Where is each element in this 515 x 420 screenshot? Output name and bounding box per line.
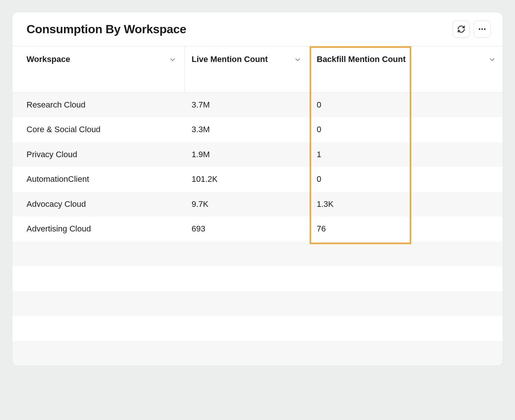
more-horizontal-icon bbox=[478, 25, 487, 34]
cell-live: 3.7M bbox=[185, 100, 310, 110]
column-header-label: Live Mention Count bbox=[192, 55, 303, 64]
column-header-live-mention-count[interactable]: Live Mention Count bbox=[185, 46, 310, 92]
table-row[interactable]: Advertising Cloud 693 76 bbox=[12, 217, 503, 242]
cell-backfill: 0 bbox=[310, 100, 503, 110]
cell-workspace: AutomationClient bbox=[12, 174, 185, 184]
svg-point-0 bbox=[479, 28, 480, 30]
table-body: Research Cloud 3.7M 0 Core & Social Clou… bbox=[12, 93, 503, 366]
table-header-row: Workspace Live Mention Count Backfill Me… bbox=[12, 46, 503, 93]
more-options-button[interactable] bbox=[474, 21, 491, 38]
cell-backfill: 76 bbox=[310, 224, 503, 234]
cell-live: 693 bbox=[185, 224, 310, 234]
svg-point-1 bbox=[481, 28, 483, 30]
table-row bbox=[12, 341, 503, 366]
consumption-card: Consumption By Workspace Worksp bbox=[12, 12, 503, 366]
column-header-label: Workspace bbox=[27, 55, 178, 64]
cell-workspace: Advertising Cloud bbox=[12, 224, 185, 234]
table-row[interactable]: Privacy Cloud 1.9M 1 bbox=[12, 142, 503, 167]
cell-live: 9.7K bbox=[185, 199, 310, 209]
cell-live: 3.3M bbox=[185, 125, 310, 134]
cell-workspace: Research Cloud bbox=[12, 100, 185, 110]
cell-live: 1.9M bbox=[185, 150, 310, 159]
cell-workspace: Advocacy Cloud bbox=[12, 199, 185, 209]
column-header-backfill-mention-count[interactable]: Backfill Mention Count bbox=[310, 46, 503, 92]
refresh-icon bbox=[457, 25, 465, 33]
cell-live: 101.2K bbox=[185, 174, 310, 184]
cell-backfill: 0 bbox=[310, 125, 503, 134]
table-row[interactable]: Advocacy Cloud 9.7K 1.3K bbox=[12, 192, 503, 217]
card-title: Consumption By Workspace bbox=[27, 22, 186, 36]
chevron-down-icon bbox=[169, 56, 176, 63]
table-row[interactable]: AutomationClient 101.2K 0 bbox=[12, 167, 503, 192]
svg-point-2 bbox=[484, 28, 485, 30]
table-row bbox=[12, 291, 503, 316]
cell-backfill: 1.3K bbox=[310, 199, 503, 209]
table-row[interactable]: Research Cloud 3.7M 0 bbox=[12, 93, 503, 118]
table-row bbox=[12, 316, 503, 341]
table-row bbox=[12, 266, 503, 291]
cell-workspace: Privacy Cloud bbox=[12, 150, 185, 159]
table-row[interactable]: Core & Social Cloud 3.3M 0 bbox=[12, 117, 503, 142]
cell-backfill: 1 bbox=[310, 150, 503, 159]
header-actions bbox=[453, 21, 491, 38]
card-header: Consumption By Workspace bbox=[12, 12, 503, 46]
column-header-workspace[interactable]: Workspace bbox=[12, 46, 185, 92]
chevron-down-icon bbox=[294, 56, 301, 63]
chevron-down-icon bbox=[488, 56, 496, 63]
refresh-button[interactable] bbox=[453, 21, 470, 38]
table-row bbox=[12, 242, 503, 267]
column-header-label: Backfill Mention Count bbox=[317, 55, 484, 64]
cell-workspace: Core & Social Cloud bbox=[12, 125, 185, 134]
cell-backfill: 0 bbox=[310, 174, 503, 184]
